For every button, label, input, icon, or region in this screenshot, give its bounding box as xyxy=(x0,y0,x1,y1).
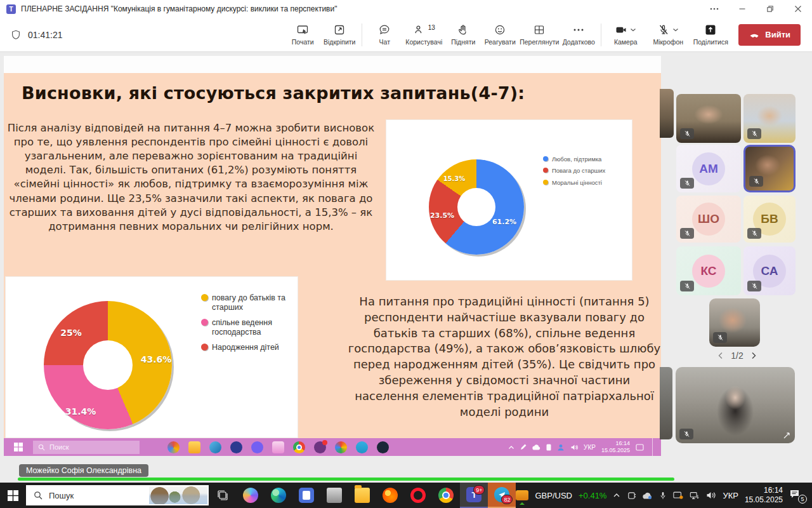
react-button[interactable]: Реагувати xyxy=(481,23,518,46)
shared-language-indicator[interactable]: УКР xyxy=(584,444,596,451)
edge-icon[interactable] xyxy=(265,483,292,508)
shared-app-icon[interactable] xyxy=(314,441,326,453)
copilot-icon[interactable] xyxy=(237,483,265,508)
shared-date: 15.05.2025 xyxy=(601,447,630,454)
tray-speaker-icon[interactable] xyxy=(570,444,578,451)
language-indicator[interactable]: УКР xyxy=(723,491,738,500)
participant-video[interactable] xyxy=(743,94,796,143)
shared-app-icon[interactable] xyxy=(356,441,368,453)
pie-value-label: 31.4% xyxy=(65,406,96,417)
expand-icon[interactable] xyxy=(783,432,790,439)
chevron-down-icon[interactable] xyxy=(630,27,636,32)
shared-app-icon[interactable] xyxy=(335,441,347,453)
participant-video-active[interactable] xyxy=(743,145,796,192)
minimize-icon[interactable] xyxy=(728,0,756,18)
participant-tile[interactable]: КС xyxy=(676,246,741,295)
telegram-badge: 82 xyxy=(501,495,513,504)
participant-tile[interactable]: БВ xyxy=(743,196,796,243)
page-next-icon[interactable] xyxy=(751,352,756,359)
participant-video-partial[interactable] xyxy=(660,89,674,138)
shared-app-icon[interactable] xyxy=(293,441,305,453)
market-widget-icon[interactable] xyxy=(516,490,528,500)
button-label: Почати xyxy=(292,38,314,46)
window-titlebar: T ПЛЕНАРНЕ ЗАСІДАННЯ "Комунікація в гума… xyxy=(0,0,812,18)
camera-button[interactable]: Камера xyxy=(605,23,646,46)
shared-app-icon[interactable] xyxy=(188,441,200,453)
tray-mic-icon[interactable] xyxy=(659,491,667,500)
shared-app-icon[interactable] xyxy=(377,441,389,453)
firefox-icon[interactable] xyxy=(376,483,404,508)
page-prev-icon[interactable] xyxy=(718,352,723,359)
tray-chevron-icon[interactable] xyxy=(613,493,620,498)
mic-muted-badge xyxy=(680,281,694,291)
chrome-icon[interactable] xyxy=(432,483,460,508)
participant-video-partial[interactable] xyxy=(660,367,672,439)
participant-video[interactable] xyxy=(676,94,741,143)
tray-cloud-icon[interactable] xyxy=(532,444,540,450)
chevron-down-icon[interactable] xyxy=(672,27,679,32)
shield-icon xyxy=(10,29,22,41)
file-explorer-icon[interactable] xyxy=(348,483,376,508)
mic-muted-badge xyxy=(747,128,761,139)
taskbar-search-box[interactable]: Пошук xyxy=(26,485,209,505)
donut-chart-1 xyxy=(429,159,524,255)
pie-value-label: 15.3% xyxy=(443,175,466,182)
more-button[interactable]: Додатково xyxy=(560,23,597,46)
taskbar-clock[interactable]: 16:14 15.05.2025 xyxy=(745,486,783,505)
presenter-name-tag: Можейко Софія Олександрівна xyxy=(19,464,148,477)
opera-icon[interactable] xyxy=(404,483,432,508)
tray-cloud-icon[interactable] xyxy=(643,492,653,499)
windows-taskbar: Пошук T 9+ 82 xyxy=(0,483,812,508)
participant-tile[interactable]: СА xyxy=(743,246,796,295)
notification-center-icon[interactable]: 5 xyxy=(789,489,804,502)
legend-label: повагу до батьків та старших xyxy=(212,293,293,312)
participant-tile[interactable]: ШО xyxy=(676,196,741,243)
mic-muted-badge xyxy=(680,228,694,239)
participant-video[interactable] xyxy=(709,298,760,347)
tray-phone-icon[interactable] xyxy=(546,444,551,451)
window-more-icon[interactable] xyxy=(700,0,728,18)
participant-tile[interactable]: АМ xyxy=(676,145,741,192)
shared-app-icon[interactable] xyxy=(251,441,263,453)
tray-update-icon[interactable] xyxy=(627,491,636,500)
unpin-button[interactable]: Відкріпити xyxy=(321,23,358,46)
tray-network-icon[interactable] xyxy=(690,491,700,500)
raise-hand-button[interactable]: Підняти xyxy=(445,23,481,46)
ticker-pair[interactable]: GBP/USD xyxy=(535,491,572,500)
view-button[interactable]: Переглянути xyxy=(518,23,560,46)
shared-time: 16:14 xyxy=(601,440,630,447)
tray-notification-icon[interactable] xyxy=(636,444,644,451)
printer-icon[interactable] xyxy=(320,483,348,508)
share-button[interactable]: Поділитися xyxy=(690,23,731,46)
leave-button[interactable]: Вийти xyxy=(738,24,801,46)
button-label: Додатково xyxy=(563,38,595,46)
start-button[interactable] xyxy=(0,483,26,508)
mic-muted-icon xyxy=(657,23,670,36)
shared-app-icon[interactable] xyxy=(272,441,284,453)
tray-snip-icon[interactable] xyxy=(673,491,683,500)
teams-taskbar-icon[interactable]: T 9+ xyxy=(460,483,488,508)
close-icon[interactable] xyxy=(784,0,812,18)
tray-chevron-icon[interactable] xyxy=(508,445,514,450)
shared-start-icon[interactable] xyxy=(4,438,33,456)
tray-speaker-icon[interactable] xyxy=(706,491,716,500)
shared-app-icon[interactable] xyxy=(230,441,242,453)
shared-search-box[interactable]: Поиск xyxy=(33,441,140,454)
chat-button[interactable]: Чат xyxy=(366,23,403,46)
tray-people-icon[interactable] xyxy=(557,444,565,451)
speaker-video[interactable] xyxy=(676,367,795,443)
show-desktop-strip[interactable] xyxy=(652,438,655,456)
participants-button[interactable]: 13 Користувачі xyxy=(403,23,445,46)
scanner-app-icon[interactable] xyxy=(292,483,320,508)
shared-app-icon[interactable] xyxy=(209,441,221,453)
microphone-button[interactable]: Мікрофон xyxy=(646,23,690,46)
start-share-button[interactable]: Почати xyxy=(284,23,321,46)
restore-icon[interactable] xyxy=(756,0,784,18)
task-view-icon[interactable] xyxy=(209,483,237,508)
shared-app-icon[interactable] xyxy=(167,441,180,453)
shared-clock[interactable]: 16:14 15.05.2025 xyxy=(601,440,630,455)
search-daily-image[interactable] xyxy=(149,486,207,504)
pie-chart-card-2: 43.6% 31.4% 25% повагу до батьків та ста… xyxy=(5,276,298,438)
telegram-icon[interactable]: 82 xyxy=(488,483,516,508)
tray-pen-icon[interactable] xyxy=(520,444,527,450)
